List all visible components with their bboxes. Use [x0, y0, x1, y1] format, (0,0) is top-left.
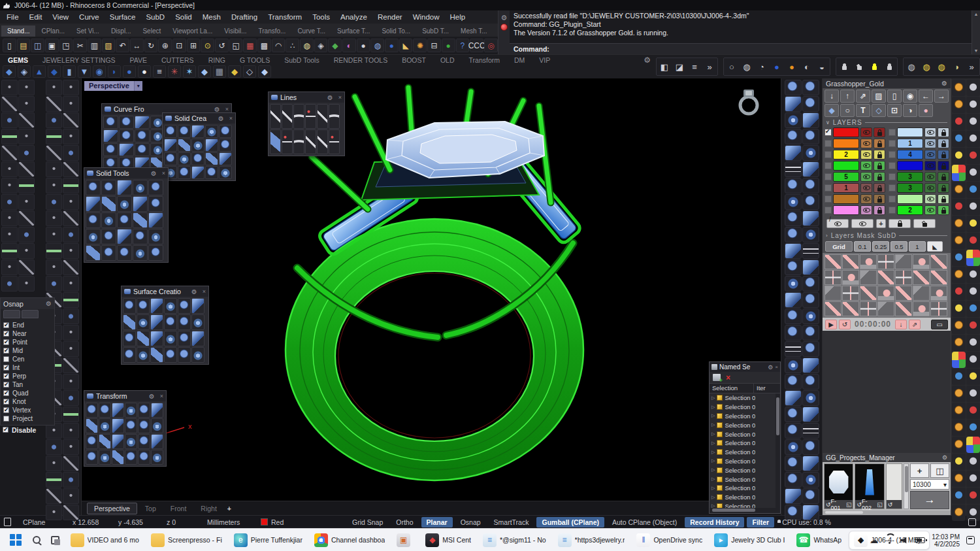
tool-icon[interactable]	[63, 161, 79, 177]
layer-color-swatch[interactable]: 3	[897, 172, 923, 182]
tool-icon[interactable]	[785, 243, 802, 259]
toolbar-icon[interactable]: ◍	[370, 39, 384, 52]
layer-lock-button[interactable]	[874, 172, 885, 182]
tool-icon[interactable]	[112, 418, 124, 433]
grid-value-button[interactable]: 0.5	[890, 241, 907, 252]
tool-icon[interactable]	[117, 212, 132, 228]
tool-icon[interactable]	[785, 341, 802, 357]
tool-icon[interactable]	[123, 298, 136, 314]
layer-lock-button[interactable]	[938, 161, 949, 171]
tool-icon[interactable]	[860, 254, 877, 269]
tool-icon[interactable]	[150, 314, 163, 330]
named-selection-item[interactable]: ▷ Selection 0	[710, 439, 776, 448]
tool-icon[interactable]	[137, 314, 150, 330]
layer-lock-button[interactable]	[938, 205, 949, 215]
gem-tool-icon[interactable]: ◆	[198, 65, 211, 78]
menu-item[interactable]: Transform	[268, 13, 302, 21]
toolbar-icon[interactable]: ◠	[272, 39, 286, 52]
tool-icon[interactable]	[966, 471, 980, 487]
viewport-tab[interactable]: Perspective	[87, 503, 137, 514]
expand-arrow-icon[interactable]: ▷	[711, 413, 715, 418]
lock-icon[interactable]	[837, 59, 851, 75]
osnap-checkbox[interactable]	[3, 348, 9, 354]
tool-icon[interactable]	[802, 423, 819, 439]
tool-icon[interactable]	[191, 152, 204, 165]
menu-item[interactable]: Analyze	[340, 13, 367, 21]
toolbar-icon[interactable]: ▯	[3, 39, 16, 52]
display-mode-icon[interactable]: ●	[770, 59, 784, 75]
tool-icon[interactable]	[877, 254, 894, 269]
viewport-dropdown-icon[interactable]: ▾	[134, 81, 142, 91]
tool-icon[interactable]	[18, 276, 35, 292]
tool-icon[interactable]	[802, 374, 819, 390]
tool-icon[interactable]	[860, 286, 877, 301]
tool-icon[interactable]	[219, 166, 232, 179]
tool-icon[interactable]	[966, 301, 980, 317]
tool-icon[interactable]	[219, 139, 232, 152]
toolbar-icon[interactable]: ✺	[413, 39, 427, 52]
gh-tool-button[interactable]: →	[934, 90, 949, 103]
toolbar-icon[interactable]: ▩	[257, 39, 271, 52]
tool-icon[interactable]	[785, 439, 802, 455]
tool-icon[interactable]	[802, 96, 819, 112]
transform-palette[interactable]: Transform ⚙ ×	[84, 390, 167, 467]
open-project-button[interactable]: →	[910, 491, 949, 509]
tool-icon[interactable]	[164, 125, 177, 138]
tool-icon[interactable]	[802, 325, 819, 341]
named-selection-item[interactable]: ▷ Selection 0	[710, 403, 776, 412]
tool-icon[interactable]	[952, 131, 966, 147]
tool-icon[interactable]	[802, 227, 819, 242]
tool-icon[interactable]	[117, 180, 132, 195]
layer-color-swatch[interactable]: 2	[897, 205, 923, 215]
tool-icon[interactable]	[63, 259, 79, 275]
menu-item[interactable]: Drafting	[231, 13, 257, 21]
expand-arrow-icon[interactable]: ▷	[711, 476, 715, 482]
tool-icon[interactable]	[117, 245, 132, 261]
tool-icon[interactable]	[966, 386, 980, 402]
osnap-checkbox[interactable]	[3, 390, 9, 396]
display-mode-icon[interactable]: ◔	[755, 59, 769, 75]
tool-icon[interactable]	[952, 114, 966, 130]
project-thumb-card[interactable]: ↺ F-001 ◱	[824, 463, 853, 509]
tool-icon[interactable]	[18, 129, 35, 144]
tool-icon[interactable]	[86, 450, 98, 465]
gem-tool-icon[interactable]: ✳	[168, 65, 181, 78]
tool-icon[interactable]	[952, 352, 966, 368]
tool-icon[interactable]	[18, 161, 35, 177]
tool-icon[interactable]	[842, 270, 859, 285]
tool-icon[interactable]	[123, 314, 136, 330]
layer-entry[interactable]: 5	[825, 172, 885, 182]
tool-icon[interactable]	[150, 298, 163, 314]
tool-icon[interactable]	[191, 347, 204, 363]
osnap-gear-icon[interactable]: ⚙	[46, 300, 52, 307]
tool-icon[interactable]	[63, 80, 79, 95]
osnap-checkbox[interactable]	[3, 407, 9, 413]
named-selections-close-icon[interactable]: ×	[775, 364, 778, 370]
layer-lock-button[interactable]	[874, 150, 885, 159]
toolbar-icon[interactable]: ⊡	[172, 39, 186, 52]
osnap-checkbox[interactable]	[3, 399, 9, 405]
osnap-option[interactable]: Cen	[3, 355, 54, 363]
tool-icon[interactable]	[282, 129, 293, 154]
units-indicator[interactable]: Millimeters	[207, 518, 258, 526]
tool-icon[interactable]	[178, 125, 191, 138]
tool-icon[interactable]	[913, 270, 930, 285]
gh-tool-button[interactable]: ▨	[872, 90, 886, 103]
layer-visibility-button[interactable]	[924, 139, 936, 148]
tool-icon[interactable]	[148, 245, 163, 261]
menu-item[interactable]: Edit	[29, 13, 42, 21]
solid-tools-palette[interactable]: Solid Tools ⚙ ×	[84, 167, 169, 263]
tool-icon[interactable]	[112, 450, 124, 465]
tool-icon[interactable]	[63, 423, 79, 439]
start-button[interactable]	[7, 531, 25, 549]
named-selection-item[interactable]: ▷ Selection 0	[710, 429, 776, 439]
tool-icon[interactable]	[802, 472, 819, 488]
viewport-tab[interactable]: Top	[139, 503, 163, 514]
tool-icon[interactable]	[952, 233, 966, 249]
toolbar-icon[interactable]: ●	[442, 39, 455, 52]
tool-icon[interactable]	[1, 161, 18, 177]
osnap-option[interactable]: Mid	[3, 346, 54, 355]
expand-arrow-icon[interactable]: ▷	[711, 422, 715, 427]
taskbar-app[interactable]: ◆ MSI Cent	[421, 531, 476, 549]
layer-current-checkbox[interactable]	[889, 151, 896, 158]
